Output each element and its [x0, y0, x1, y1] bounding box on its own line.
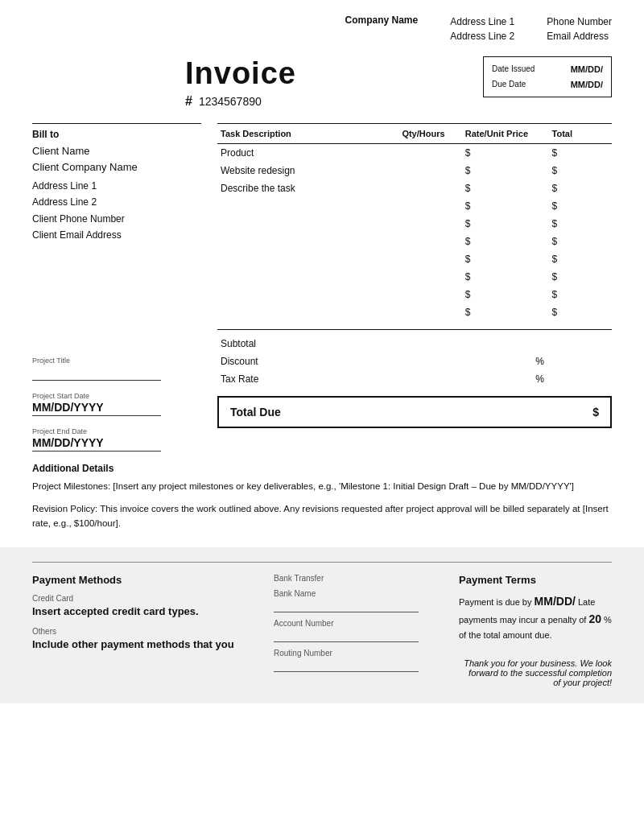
- additional-label: Additional Details: [32, 463, 612, 474]
- col-total: Total: [549, 124, 612, 144]
- row-total: $: [549, 215, 612, 233]
- row-total: $: [549, 144, 612, 163]
- payment-methods-label: Payment Methods: [32, 574, 250, 586]
- row-total: $: [549, 286, 612, 303]
- tax-rate-row: Tax Rate %: [217, 370, 612, 388]
- row-qty: [398, 233, 461, 250]
- routing-number-field: [274, 658, 419, 672]
- credit-card-value: Insert accepted credit card types.: [32, 604, 250, 619]
- row-total: $: [549, 162, 612, 179]
- subtotal-section: Subtotal Discount % Tax Rate % Total Due…: [217, 329, 612, 428]
- footer: Payment Methods Credit Card Insert accep…: [0, 547, 644, 703]
- terms-text-before: Payment is due by: [459, 597, 532, 607]
- project-section: Project Title Project Start Date MM/DD/Y…: [32, 357, 201, 452]
- table-header-row: Task Description Qty/Hours Rate/Unit Pri…: [217, 124, 612, 144]
- row-total: $: [549, 179, 612, 197]
- thank-you-text: Thank you for your business. We look for…: [459, 658, 612, 687]
- email-address: Email Address: [547, 29, 612, 43]
- footer-columns: Payment Methods Credit Card Insert accep…: [32, 574, 612, 687]
- table-row: $$: [217, 233, 612, 250]
- col-description: Task Description: [217, 124, 398, 144]
- main-content: Bill to Client Name Client Company Name …: [0, 123, 644, 452]
- total-due-value: $: [592, 406, 599, 419]
- project-start-field: MM/DD/YYYY: [32, 400, 161, 416]
- due-date-value: MM/DD/: [571, 77, 603, 93]
- payment-methods-section: Payment Methods Credit Card Insert accep…: [32, 574, 250, 687]
- address-line2: Address Line 2: [450, 29, 514, 43]
- due-date-label: Due Date: [492, 77, 526, 93]
- row-rate: $: [462, 215, 549, 233]
- row-description: [217, 215, 398, 233]
- account-number-field: [274, 628, 419, 642]
- subtotal-row: Subtotal: [217, 335, 612, 353]
- table-row: $$: [217, 303, 612, 321]
- total-due-box: Total Due $: [217, 396, 612, 428]
- payment-terms-label: Payment Terms: [459, 574, 612, 586]
- tax-rate-value: [544, 373, 609, 385]
- invoice-heading: Invoice: [185, 56, 296, 91]
- invoice-number: # 1234567890: [185, 94, 296, 109]
- row-description: Describe the task: [217, 179, 398, 197]
- row-qty: [398, 179, 461, 197]
- table-row: $$: [217, 215, 612, 233]
- row-description: Product: [217, 144, 398, 163]
- invoice-dates: Date Issued MM/DD/ Due Date MM/DD/: [483, 56, 612, 97]
- bank-transfer-label: Bank Transfer: [274, 574, 435, 583]
- row-rate: $: [462, 162, 549, 179]
- row-qty: [398, 215, 461, 233]
- row-rate: $: [462, 303, 549, 321]
- row-rate: $: [462, 197, 549, 215]
- row-qty: [398, 268, 461, 286]
- table-row: $$: [217, 250, 612, 268]
- row-total: $: [549, 268, 612, 286]
- table-row: $$: [217, 268, 612, 286]
- credit-card-label: Credit Card: [32, 594, 250, 603]
- others-value: Include other payment methods that you: [32, 637, 250, 652]
- row-rate: $: [462, 250, 549, 268]
- discount-pct: %: [496, 356, 544, 367]
- account-number-label: Account Number: [274, 619, 435, 628]
- client-info: Address Line 1 Address Line 2 Client Pho…: [32, 178, 201, 244]
- row-rate: $: [462, 144, 549, 163]
- date-issued-value: MM/DD/: [571, 62, 603, 77]
- row-qty: [398, 197, 461, 215]
- footer-border: [32, 562, 612, 563]
- payment-terms-section: Payment Terms Payment is due by MM/DD/ L…: [459, 574, 612, 687]
- project-start-label: Project Start Date: [32, 392, 201, 400]
- col-qty: Qty/Hours: [398, 124, 461, 144]
- others-label: Others: [32, 627, 250, 636]
- project-end-label: Project End Date: [32, 427, 201, 435]
- row-description: Website redesign: [217, 162, 398, 179]
- table-row: Describe the task$$: [217, 179, 612, 197]
- terms-due-date: MM/DD/: [535, 595, 576, 608]
- due-date-row: Due Date MM/DD/: [492, 77, 603, 93]
- date-issued-label: Date Issued: [492, 62, 535, 77]
- project-start-value: MM/DD/YYYY: [32, 401, 104, 415]
- table-row: Product$$: [217, 144, 612, 163]
- routing-number-label: Routing Number: [274, 649, 435, 658]
- invoice-number-value: 1234567890: [199, 95, 262, 108]
- row-qty: [398, 250, 461, 268]
- row-total: $: [549, 233, 612, 250]
- row-qty: [398, 162, 461, 179]
- project-title-field: [32, 365, 161, 381]
- row-total: $: [549, 197, 612, 215]
- row-rate: $: [462, 286, 549, 303]
- header-contact: Phone Number Email Address: [547, 14, 612, 43]
- items-table: Task Description Qty/Hours Rate/Unit Pri…: [217, 123, 612, 321]
- invoice-title-left: Invoice # 1234567890: [185, 56, 296, 109]
- header: Company Name Address Line 1 Address Line…: [0, 0, 644, 48]
- project-title-label: Project Title: [32, 357, 201, 365]
- row-description: [217, 268, 398, 286]
- col-rate: Rate/Unit Price: [462, 124, 549, 144]
- address-line1: Address Line 1: [450, 14, 514, 29]
- row-qty: [398, 303, 461, 321]
- table-row: $$: [217, 197, 612, 215]
- subtotal-label: Subtotal: [221, 338, 544, 349]
- discount-row: Discount %: [217, 353, 612, 370]
- row-description: [217, 286, 398, 303]
- bank-transfer-section: Bank Transfer Bank Name Account Number R…: [274, 574, 435, 687]
- row-rate: $: [462, 179, 549, 197]
- discount-label: Discount: [221, 356, 496, 367]
- bill-to-label: Bill to: [32, 123, 201, 140]
